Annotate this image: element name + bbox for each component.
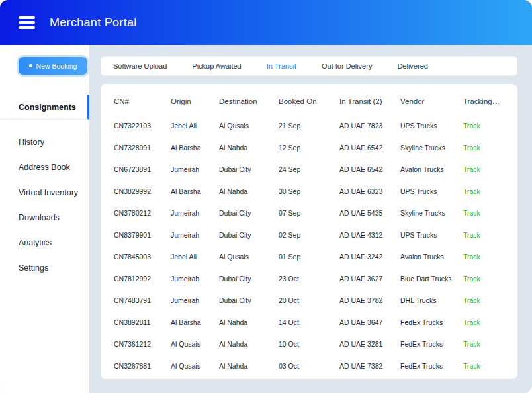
cell-tracking: Track: [463, 318, 504, 326]
track-link[interactable]: Track: [463, 340, 480, 348]
cell-cn: CN3829992: [114, 187, 171, 195]
cell-in-transit: AD UAE 3281: [339, 340, 400, 348]
cell-tracking: Track: [463, 165, 504, 173]
table-row: CN3892811Al BarshaAl Nahda14 OctAD UAE 3…: [101, 311, 517, 333]
status-tabs: Software UploadPickup AwaitedIn TransitO…: [101, 56, 517, 76]
cell-in-transit: AD UAE 6323: [339, 187, 400, 195]
cell-in-transit: AD UAE 3627: [339, 275, 400, 283]
cell-in-transit: AD UAE 6542: [339, 165, 400, 173]
cell-in-transit: AD UAE 3647: [339, 318, 400, 326]
cell-destination: Al Qusais: [219, 253, 279, 261]
cell-vendor: DHL Trucks: [400, 296, 463, 304]
column-header-cn: CN#: [114, 97, 171, 105]
cell-cn: CN7845003: [114, 253, 171, 261]
sidebar-item-settings[interactable]: Settings: [0, 255, 89, 281]
track-link[interactable]: Track: [463, 362, 480, 370]
cell-vendor: Blue Dart Trucks: [400, 275, 463, 283]
cell-origin: Jumeirah: [171, 296, 219, 304]
cell-destination: Al Qusais: [219, 122, 279, 130]
cell-destination: Al Nahda: [219, 187, 279, 195]
cell-booked-on: 03 Oct: [279, 362, 339, 370]
cell-in-transit: AD UAE 3242: [339, 253, 400, 261]
sidebar-item-history[interactable]: History: [0, 130, 89, 155]
cell-booked-on: 23 Oct: [279, 275, 339, 283]
cell-destination: Dubai City: [219, 209, 279, 217]
cell-cn: CN3267881: [114, 362, 171, 370]
column-header-vendor: Vendor: [400, 97, 463, 105]
cell-vendor: Skyline Trucks: [400, 144, 463, 152]
cell-tracking: Track: [463, 253, 504, 261]
cell-in-transit: AD UAE 4312: [339, 231, 400, 239]
track-link[interactable]: Track: [463, 253, 480, 261]
track-link[interactable]: Track: [463, 275, 480, 283]
track-link[interactable]: Track: [463, 122, 480, 130]
cell-origin: Jebel Ali: [171, 253, 219, 261]
sidebar-item-consignments[interactable]: Consignments: [0, 95, 89, 120]
cell-vendor: UPS Trucks: [400, 187, 463, 195]
cell-vendor: FedEx Trucks: [400, 318, 463, 326]
track-link[interactable]: Track: [463, 318, 480, 326]
table-row: CN6723891JumeirahDubai City24 SepAD UAE …: [101, 158, 517, 180]
cell-origin: Jumeirah: [171, 165, 219, 173]
content-area: Software UploadPickup AwaitedIn TransitO…: [89, 45, 532, 393]
cell-in-transit: AD UAE 6542: [339, 144, 400, 152]
track-link[interactable]: Track: [463, 144, 480, 152]
cell-booked-on: 14 Oct: [279, 318, 339, 326]
table-row: CN7483791JumeirahDubai City20 OctAD UAE …: [101, 289, 517, 311]
cell-booked-on: 10 Oct: [279, 340, 339, 348]
track-link[interactable]: Track: [463, 209, 480, 217]
tab-pickup-awaited[interactable]: Pickup Awaited: [192, 62, 241, 70]
cell-booked-on: 30 Sep: [279, 187, 339, 195]
cell-tracking: Track: [463, 144, 504, 152]
page-title: Merchant Portal: [50, 16, 137, 30]
table-row: CN3829992Al BarshaAl Nahda30 SepAD UAE 6…: [101, 180, 517, 202]
cell-destination: Al Nahda: [219, 318, 279, 326]
cell-origin: Jumeirah: [171, 209, 219, 217]
cell-cn: CN3780212: [114, 209, 171, 217]
tab-in-transit[interactable]: In Transit: [267, 62, 296, 70]
cell-origin: Jebel Ali: [171, 122, 219, 130]
cell-destination: Dubai City: [219, 275, 279, 283]
cell-destination: Al Nahda: [219, 144, 279, 152]
cell-tracking: Track: [463, 296, 504, 304]
sidebar-item-downloads[interactable]: Downloads: [0, 205, 89, 230]
cell-origin: Al Barsha: [171, 187, 219, 195]
sidebar-item-virtual-inventory[interactable]: Virtual Inventory: [0, 180, 89, 205]
column-header-in-transit-2: In Transit (2): [339, 97, 400, 105]
track-link[interactable]: Track: [463, 231, 480, 239]
table-row: CN7322103Jebel AliAl Qusais21 SepAD UAE …: [101, 114, 517, 136]
sidebar-item-analytics[interactable]: Analytics: [0, 230, 89, 255]
cell-vendor: Skyline Trucks: [400, 209, 463, 217]
bullet-dot-icon: [29, 64, 32, 67]
cell-in-transit: AD UAE 5435: [339, 209, 400, 217]
cell-destination: Al Nahda: [219, 340, 279, 348]
cell-origin: Jumeirah: [171, 231, 219, 239]
cell-vendor: Avalon Trucks: [400, 165, 463, 173]
column-header-destination: Destination: [219, 97, 279, 105]
tab-out-for-delivery[interactable]: Out for Delivery: [322, 62, 372, 70]
cell-booked-on: 21 Sep: [279, 122, 339, 130]
sidebar-item-address-book[interactable]: Address Book: [0, 155, 89, 180]
track-link[interactable]: Track: [463, 165, 480, 173]
cell-destination: Dubai City: [219, 231, 279, 239]
track-link[interactable]: Track: [463, 187, 480, 195]
cell-cn: CN7812992: [114, 275, 171, 283]
cell-cn: CN7328991: [114, 144, 171, 152]
table-header-row: CN#OriginDestinationBooked OnIn Transit …: [101, 88, 517, 114]
tab-software-upload[interactable]: Software Upload: [113, 62, 167, 70]
new-booking-label: New Booking: [36, 62, 77, 70]
new-booking-button[interactable]: New Booking: [19, 57, 87, 75]
cell-destination: Dubai City: [219, 165, 279, 173]
cell-vendor: UPS Trucks: [400, 231, 463, 239]
cell-booked-on: 07 Sep: [279, 209, 339, 217]
cell-destination: Al Nahda: [219, 362, 279, 370]
column-header-origin: Origin: [171, 97, 219, 105]
main-area: New Booking ConsignmentsHistoryAddress B…: [0, 45, 532, 393]
tab-delivered[interactable]: Delivered: [397, 62, 427, 70]
cell-cn: CN6723891: [114, 165, 171, 173]
table-row: CN7361212Al QusaisAl Nahda10 OctAD UAE 3…: [101, 333, 517, 355]
cell-in-transit: AD UAE 7823: [339, 122, 400, 130]
track-link[interactable]: Track: [463, 296, 480, 304]
cell-cn: CN7361212: [114, 340, 171, 348]
menu-icon[interactable]: [19, 13, 35, 32]
